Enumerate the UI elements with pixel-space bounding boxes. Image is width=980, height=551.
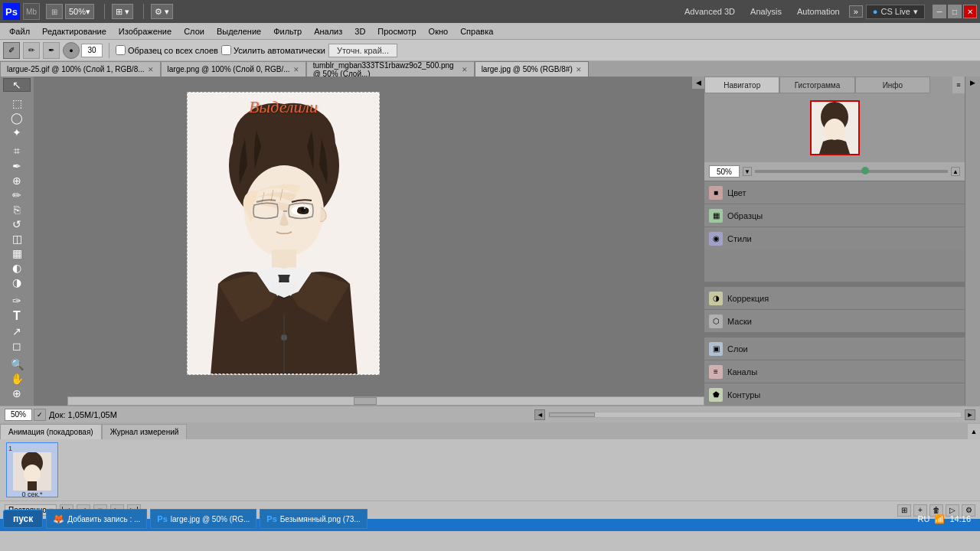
taskbar-item-0[interactable]: 🦊 Добавить запись : ... (46, 509, 147, 529)
panel-paths[interactable]: ⬟ Контуры (704, 383, 965, 406)
refine-tool-btn1[interactable]: ✐ (3, 42, 20, 59)
tool-magic-wand[interactable]: ✦ (3, 126, 31, 139)
menu-edit[interactable]: Редактирование (36, 25, 113, 37)
menu-file[interactable]: Файл (3, 25, 36, 37)
tool-gradient[interactable]: ▦ (3, 246, 31, 260)
start-button[interactable]: пуск (3, 510, 43, 528)
tab-3-close[interactable]: ✕ (576, 66, 582, 73)
tool-lasso[interactable]: ◯ (3, 111, 31, 125)
extra-control[interactable]: ⚙ ▾ (151, 4, 173, 19)
taskbar-item-1[interactable]: Ps large.jpg @ 50% (RG... (150, 509, 256, 529)
navigator-zoom-slider[interactable] (755, 170, 948, 173)
refine-edge-btn[interactable]: Уточн. край... (328, 44, 397, 57)
menu-layers[interactable]: Слои (178, 25, 211, 37)
menu-analysis[interactable]: Анализ (308, 25, 348, 37)
nav-zoom-plus[interactable]: ▲ (951, 167, 960, 176)
anim-tween-btn[interactable]: ⊞ (897, 504, 911, 517)
panel-color[interactable]: ■ Цвет (704, 181, 965, 204)
tool-3d-rotate[interactable]: ⊕ (3, 386, 31, 400)
menu-filter[interactable]: Фильтр (267, 25, 308, 37)
menu-window[interactable]: Окно (423, 25, 455, 37)
tool-eraser[interactable]: ◫ (3, 232, 31, 246)
menu-select[interactable]: Выделение (211, 25, 267, 37)
anim-tab-log[interactable]: Журнал измерений (102, 424, 188, 439)
navigator-zoom-handle[interactable] (861, 167, 869, 174)
tool-dodge[interactable]: ◑ (3, 276, 31, 289)
tool-hand[interactable]: ✋ (3, 372, 31, 386)
panel-layers[interactable]: ▣ Слои (704, 337, 965, 360)
tab-2[interactable]: tumblr_mgban333TS1rbawz9o2_500.png @ 50%… (306, 61, 475, 77)
zoom-toggle-btn[interactable]: ✓ (34, 409, 46, 421)
canvas-wrapper[interactable]: Выделили (187, 92, 380, 375)
anim-tab-frames[interactable]: Анимация (покадровая) (0, 424, 102, 439)
tool-brush[interactable]: ✏ (3, 188, 31, 202)
h-scroll-thumb[interactable] (549, 412, 595, 417)
scroll-right-btn[interactable]: ► (965, 409, 975, 420)
advanced3d-btn[interactable]: Advanced 3D (678, 5, 741, 18)
scroll-left-btn[interactable]: ◄ (534, 409, 545, 420)
tab-2-close[interactable]: ✕ (462, 66, 468, 73)
tool-pen[interactable]: ✑ (3, 294, 31, 308)
brush-size-input[interactable] (81, 44, 103, 57)
tool-path-sel[interactable]: ↗ (3, 324, 31, 338)
tab-0[interactable]: largue-25.gif @ 100% (Слой 1, RGB/8... ✕ (0, 61, 161, 77)
auto-enhance-checkbox[interactable] (221, 45, 231, 55)
anim-frame-1[interactable]: 1 0 сек.* (6, 442, 58, 497)
panel-swatches[interactable]: ▦ Образцы (704, 204, 965, 227)
analysis-btn[interactable]: Analysis (744, 5, 788, 18)
navigator-zoom-input[interactable] (709, 165, 740, 178)
cslive-btn[interactable]: ● CS Live ▾ (866, 5, 925, 19)
zoom-input-bottom[interactable] (5, 409, 32, 421)
panel-masks[interactable]: ⬡ Маски (704, 309, 965, 332)
tool-blur[interactable]: ◐ (3, 261, 31, 275)
layout-select[interactable]: ⊞ (46, 4, 63, 19)
maximize-btn[interactable]: □ (948, 5, 962, 18)
panel-channels[interactable]: ≡ Каналы (704, 360, 965, 383)
tool-clone[interactable]: ⎘ (3, 203, 31, 217)
nav-tab-navigator[interactable]: Навигатор (704, 77, 779, 93)
tool-text[interactable]: T (3, 308, 31, 324)
nav-tab-info[interactable]: Инфо (855, 77, 930, 93)
anim-panel-collapse[interactable]: ▲ (968, 424, 980, 439)
h-scroll-track[interactable] (548, 412, 962, 418)
panel-toggle-top[interactable]: ▶ (965, 77, 980, 89)
minimize-btn[interactable]: ─ (933, 5, 946, 18)
panel-styles[interactable]: ◉ Стили (704, 227, 965, 249)
tool-marquee[interactable]: ⬚ (3, 96, 31, 110)
tool-zoom[interactable]: 🔍 (3, 357, 31, 371)
h-scrollbar[interactable] (67, 396, 704, 406)
menu-view[interactable]: Просмотр (371, 25, 422, 37)
menu-3d[interactable]: 3D (348, 25, 371, 37)
view-control[interactable]: ⊞ ▾ (112, 4, 133, 19)
sample-all-label[interactable]: Образец со всех слоев (116, 45, 218, 55)
titlebar: Ps Mb ⊞ 50% ▾ ⊞ ▾ ⚙ ▾ Advanced 3D Analys… (0, 0, 980, 23)
tool-history-brush[interactable]: ↺ (3, 217, 31, 231)
tool-move[interactable]: ↖ (3, 78, 31, 92)
tool-heal[interactable]: ⊕ (3, 174, 31, 187)
menu-image[interactable]: Изображение (113, 25, 178, 37)
nav-tab-histogram[interactable]: Гистограмма (779, 77, 854, 93)
automation-btn[interactable]: Automation (791, 5, 846, 18)
tab-3[interactable]: large.jpg @ 50% (RGB/8#) ✕ (475, 61, 589, 77)
nav-panel-menu[interactable]: ≡ (952, 77, 965, 93)
panel-correction[interactable]: ◑ Коррекция (704, 286, 965, 309)
tab-0-close[interactable]: ✕ (148, 66, 154, 73)
tool-crop[interactable]: ⌗ (3, 144, 31, 158)
tool-eyedropper[interactable]: ✒ (3, 159, 31, 173)
close-btn[interactable]: ✕ (963, 5, 977, 18)
more-btn[interactable]: » (849, 5, 863, 18)
taskbar-item-2[interactable]: Ps Безымянный.png (73... (260, 509, 367, 529)
menu-help[interactable]: Справка (454, 25, 499, 37)
tab-1-close[interactable]: ✕ (293, 66, 299, 73)
h-scrollbar-thumb[interactable] (354, 397, 377, 405)
tool-shape[interactable]: ◻ (3, 339, 31, 353)
nav-zoom-minus[interactable]: ▼ (743, 167, 752, 176)
tab-1[interactable]: large.png @ 100% (Слой 0, RGB/... ✕ (161, 61, 306, 77)
h-scrollbar-track[interactable] (67, 396, 704, 406)
auto-enhance-label[interactable]: Усилить автоматически (221, 45, 325, 55)
refine-tool-btn2[interactable]: ✏ (23, 42, 40, 59)
refine-tool-btn3[interactable]: ✒ (43, 42, 60, 59)
zoom-control[interactable]: 50% ▾ (65, 4, 94, 19)
sample-all-checkbox[interactable] (116, 45, 126, 55)
panel-collapse-btn[interactable]: ◀ (692, 77, 704, 89)
